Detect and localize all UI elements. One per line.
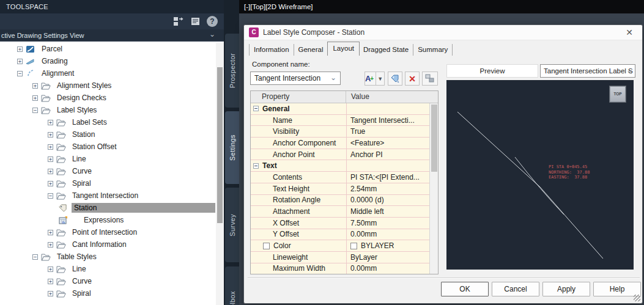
collapse-icon[interactable]: − [253, 106, 259, 111]
tab-general[interactable]: General [294, 44, 328, 56]
property-row-text[interactable]: −Text [251, 160, 430, 172]
tree-scrollbar[interactable] [216, 43, 224, 305]
resize-grip[interactable] [634, 295, 640, 301]
tree-item-point-of-intersection[interactable]: +Point of Intersection [0, 226, 216, 238]
ok-button[interactable]: OK [441, 282, 489, 296]
tree-item-design-checks[interactable]: +Design Checks [0, 92, 216, 104]
property-value[interactable]: 0.00mm [350, 264, 377, 273]
property-row-contents[interactable]: ContentsPI STA:<[PI Extend... [251, 172, 430, 183]
collapse-icon[interactable]: − [17, 71, 23, 76]
apply-button[interactable]: Apply [542, 282, 590, 296]
tree-item-curve[interactable]: +Curve [0, 165, 216, 177]
preview-canvas[interactable]: TOP PI STA 0+045.45NORTHING: 37.88EASTIN… [446, 80, 634, 270]
property-row-lineweight[interactable]: LineweightByLayer [251, 252, 430, 263]
property-row-name[interactable]: NameTangent Intersecti... [251, 115, 430, 127]
table-scrollbar[interactable] [429, 103, 438, 274]
property-value[interactable]: Anchor PI [350, 150, 383, 159]
viewcube-top-button[interactable]: TOP [610, 86, 626, 102]
tab-summary[interactable]: Summary [413, 44, 453, 56]
property-row-x-offset[interactable]: X Offset7.50mm [251, 218, 430, 229]
expand-icon[interactable]: + [48, 230, 53, 235]
property-row-color[interactable]: ColorBYLAYER [251, 240, 430, 252]
property-row-text-height[interactable]: Text Height2.54mm [251, 183, 430, 195]
side-tab-toolbox[interactable]: Toolbox [225, 266, 239, 305]
table-scrollbar-thumb[interactable] [431, 105, 437, 172]
property-row-rotation-angle[interactable]: Rotation Angle0.0000 (d) [251, 195, 430, 207]
preview-style-dropdown[interactable]: Tangent Intersection Label S ⌄ [540, 64, 635, 78]
expand-icon[interactable]: + [48, 181, 53, 186]
tab-information[interactable]: Information [249, 44, 294, 56]
property-value[interactable]: Middle left [350, 207, 384, 216]
expand-icon[interactable]: + [32, 95, 38, 101]
tree-item-alignment-styles[interactable]: +Alignment Styles [0, 79, 216, 92]
tree-item-curve[interactable]: +Curve [0, 275, 216, 287]
side-tab-settings[interactable]: Settings [225, 111, 239, 184]
collapse-icon[interactable]: − [253, 163, 259, 169]
tree-item-line[interactable]: +Line [0, 153, 216, 165]
tree-item-line[interactable]: +Line [0, 263, 216, 275]
tab-dragged-state[interactable]: Dragged State [359, 44, 413, 56]
property-value[interactable]: True [350, 127, 365, 136]
property-value[interactable]: BYLAYER [361, 241, 394, 250]
panel-layout-icon[interactable] [172, 15, 184, 27]
collapse-icon[interactable]: − [32, 108, 38, 113]
property-row-attachment[interactable]: AttachmentMiddle left [251, 206, 430, 218]
property-value[interactable]: ByLayer [350, 253, 377, 262]
collapse-icon[interactable]: − [32, 254, 38, 260]
property-row-maximum-width[interactable]: Maximum Width0.00mm [251, 263, 430, 274]
close-icon[interactable]: ✕ [624, 27, 635, 38]
expand-icon[interactable]: + [48, 279, 53, 284]
expand-icon[interactable]: + [48, 132, 53, 138]
expand-icon[interactable]: + [48, 120, 53, 125]
property-value[interactable]: <Feature> [350, 139, 384, 147]
property-value[interactable]: 7.50mm [350, 219, 377, 227]
tree-item-station[interactable]: +Station [0, 128, 216, 141]
cancel-button[interactable]: Cancel [492, 282, 539, 296]
report-icon[interactable] [190, 15, 201, 27]
property-value[interactable]: Tangent Intersecti... [350, 116, 415, 125]
tree-item-grading[interactable]: +Grading [0, 55, 216, 67]
tree-item-alignment[interactable]: −Alignment [0, 67, 216, 79]
tree-item-spiral[interactable]: +Spiral [0, 177, 216, 189]
help-icon[interactable]: ? [207, 16, 218, 27]
tree-item-station-offset[interactable]: +Station Offset [0, 141, 216, 153]
expand-icon[interactable]: + [48, 242, 53, 248]
toolspace-view-selector[interactable]: ctive Drawing Settings View ⌄ [0, 29, 225, 42]
tree-scrollbar-thumb[interactable] [217, 67, 223, 223]
tree-item-label-sets[interactable]: +Label Sets [0, 116, 216, 128]
expand-icon[interactable]: + [48, 266, 53, 272]
copy-component-button[interactable] [388, 72, 402, 86]
property-value[interactable]: PI STA:<[PI Extend... [350, 173, 420, 182]
side-tab-survey[interactable]: Survey [225, 188, 239, 262]
viewport-controls[interactable]: [-][Top][2D Wireframe] [239, 0, 644, 13]
property-row-general[interactable]: −General [251, 103, 430, 115]
tree-item-tangent-intersection[interactable]: −Tangent Intersection [0, 189, 216, 202]
property-row-y-offset[interactable]: Y Offset0.00mm [251, 229, 430, 241]
component-name-dropdown[interactable]: Tangent Intersection ⌄ [250, 72, 341, 85]
property-value[interactable]: 2.54mm [350, 185, 377, 193]
expand-icon[interactable]: + [48, 144, 53, 150]
delete-component-button[interactable]: ✕ [405, 72, 420, 86]
tree-item-label-styles[interactable]: −Label Styles [0, 104, 216, 116]
tree-item-parcel[interactable]: +Parcel [0, 43, 216, 55]
expand-icon[interactable]: + [48, 156, 53, 162]
property-row-anchor-point[interactable]: Anchor PointAnchor PI [251, 149, 430, 161]
tree-item-table-styles[interactable]: −Table Styles [0, 251, 216, 263]
component-draw-order-button[interactable] [422, 72, 438, 86]
tree-item-spiral[interactable]: +Spiral [0, 287, 216, 299]
tree-item-station[interactable]: Station [0, 202, 216, 214]
tree-item-cant-information[interactable]: +Cant Information [0, 238, 216, 251]
collapse-icon[interactable]: − [48, 193, 53, 199]
tab-layout[interactable]: Layout [327, 42, 360, 56]
property-value[interactable]: 0.00mm [350, 230, 377, 238]
property-row-visibility[interactable]: VisibilityTrue [251, 126, 430, 138]
property-value[interactable]: 0.0000 (d) [350, 196, 384, 204]
expand-icon[interactable]: + [17, 46, 23, 52]
chevron-down-icon[interactable]: ▼ [376, 72, 384, 85]
expand-icon[interactable]: + [48, 169, 53, 174]
expand-icon[interactable]: + [48, 291, 53, 296]
add-text-component-button[interactable]: A+ ▼ [365, 72, 385, 86]
tree-item-expressions[interactable]: fxExpressions [0, 214, 216, 226]
expand-icon[interactable]: + [32, 83, 38, 89]
dialog-title-bar[interactable]: C Label Style Composer - Station ✕ [244, 25, 642, 40]
